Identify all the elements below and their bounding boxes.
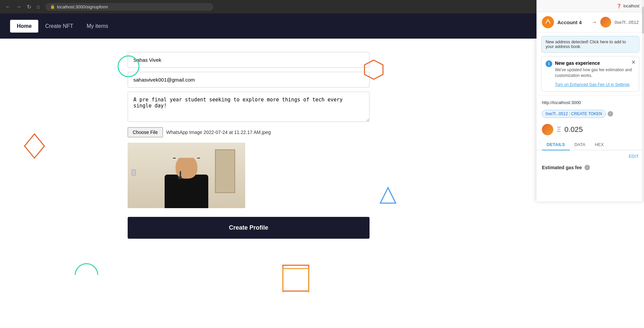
mm-balance-amount: 0.025	[564, 125, 583, 134]
nav-home[interactable]: Home	[10, 20, 38, 33]
mm-gas-body: We've updated how gas fee estimation and…	[555, 67, 635, 79]
page-body: A pre final year student seeking to expl…	[0, 39, 644, 328]
mm-address-notification[interactable]: New address detected! Click here to add …	[541, 36, 639, 53]
mm-site-url: http://localhost:3000	[536, 97, 644, 108]
mm-arrow-icon[interactable]: →	[591, 19, 597, 26]
semicircle-decoration-bottomleft	[74, 262, 99, 277]
square-decoration-bottomright	[282, 264, 310, 294]
mm-token-badge[interactable]: 0xe7f...0512 : CREATE TOKEN	[542, 110, 606, 118]
reload-button[interactable]: ↻	[26, 2, 33, 11]
mm-site-title: localhost	[624, 4, 639, 8]
mm-scrollbar[interactable]	[642, 0, 644, 201]
file-input-row: Choose File WhatsApp Image 2022-07-24 at…	[128, 127, 370, 137]
mm-token-row: 0xe7f...0512 : CREATE TOKEN i	[536, 108, 644, 120]
choose-file-button[interactable]: Choose File	[128, 127, 163, 137]
mm-gas-settings-link[interactable]: Turn on Enhanced Gas Fee UI in Settings	[555, 82, 630, 87]
mm-tabs: DETAILS DATA HEX	[536, 139, 644, 150]
svg-marker-1	[25, 134, 44, 158]
url-text: localhost:3000/signupform	[57, 4, 108, 9]
nav-my-items[interactable]: My items	[80, 20, 115, 33]
mm-header: ❓ localhost	[536, 0, 644, 12]
mm-tab-hex[interactable]: HEX	[590, 139, 608, 150]
home-button[interactable]: ⌂	[35, 2, 41, 11]
back-button[interactable]: ←	[4, 2, 12, 11]
profile-image-preview	[128, 143, 245, 208]
diamond-decoration-left	[24, 133, 45, 161]
mm-tab-data[interactable]: DATA	[570, 139, 590, 150]
forward-button[interactable]: →	[15, 2, 23, 11]
mm-balance-row: Ξ 0.025	[536, 120, 644, 139]
create-profile-button[interactable]: Create Profile	[128, 217, 370, 239]
file-name-display: WhatsApp Image 2022-07-24 at 11.22.17 AM…	[166, 130, 271, 135]
mm-token-info-icon[interactable]: i	[608, 111, 613, 116]
content-area: A pre final year student seeking to expl…	[0, 39, 400, 328]
mm-avatar	[600, 17, 611, 28]
signup-form: A pre final year student seeking to expl…	[114, 39, 383, 245]
browser-nav-icons: ← → ↻ ⌂	[4, 2, 41, 11]
bio-textarea[interactable]: A pre final year student seeking to expl…	[128, 92, 370, 122]
mm-gas-header: i New gas experience We've updated how g…	[546, 60, 635, 87]
mm-gas-fee-label: Estimated gas fee	[542, 165, 582, 170]
metamask-panel: ❓ localhost Account 4 → 0xe7f...0512 New…	[536, 0, 644, 201]
mm-gas-notification: ✕ i New gas experience We've updated how…	[541, 56, 639, 92]
name-input[interactable]	[128, 52, 370, 68]
mm-gas-fee-info-icon[interactable]: i	[585, 165, 590, 170]
mm-gas-title: New gas experience	[555, 60, 635, 66]
mm-eth-avatar	[542, 124, 553, 135]
mm-tab-details[interactable]: DETAILS	[542, 139, 570, 150]
metamask-fox-icon	[542, 16, 554, 28]
mm-eth-symbol-icon: Ξ	[557, 126, 561, 133]
mm-separator-1	[536, 95, 644, 95]
email-input[interactable]	[128, 72, 370, 88]
address-bar[interactable]: 🔒 localhost:3000/signupform	[45, 3, 213, 11]
mm-scrollbar-thumb[interactable]	[642, 7, 644, 34]
profile-image-container	[128, 143, 245, 208]
mm-info-icon: i	[546, 60, 552, 67]
mm-gas-fee-row: Estimated gas fee i	[536, 162, 644, 173]
mm-account-name: Account 4	[557, 19, 588, 25]
svg-rect-4	[283, 269, 309, 292]
mm-account-row[interactable]: Account 4 → 0xe7f...0512	[536, 12, 644, 33]
mm-edit-link[interactable]: EDIT	[536, 150, 644, 162]
svg-rect-3	[283, 265, 309, 291]
nav-links: Home Create NFT My items	[10, 20, 115, 33]
mm-account-address: 0xe7f...0512	[614, 20, 639, 25]
nav-create-nft[interactable]: Create NFT	[38, 20, 80, 33]
mm-close-button[interactable]: ✕	[631, 59, 636, 65]
